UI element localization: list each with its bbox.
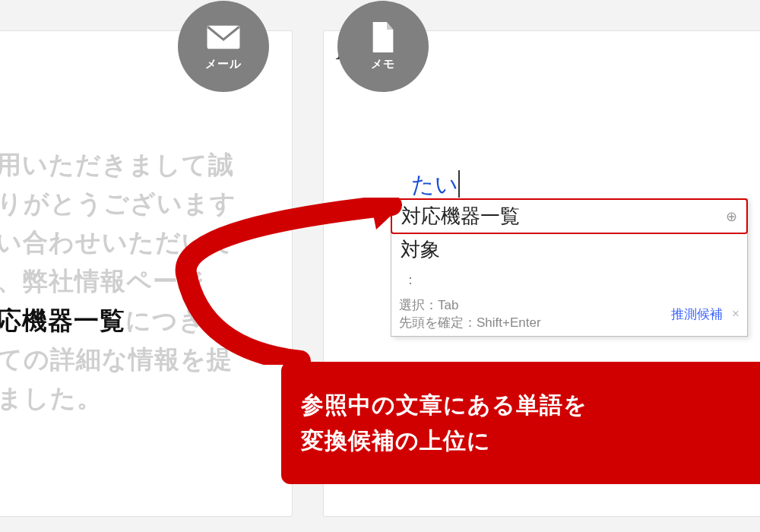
ime-key-hints: 選択：Tab 先頭を確定：Shift+Enter [399, 296, 541, 331]
ime-more-indicator: ： [391, 266, 747, 293]
ime-key-hint: 先頭を確定：Shift+Enter [399, 314, 541, 331]
mail-icon [206, 22, 241, 52]
mail-badge-label: メール [205, 57, 242, 71]
ime-footer: 選択：Tab 先頭を確定：Shift+Enter 推測候補 × [391, 293, 747, 336]
mail-line: ありがとうございます [0, 189, 236, 217]
ime-composing-text[interactable]: たい [411, 165, 460, 201]
ime-candidate[interactable]: 対象 [391, 233, 747, 266]
mail-line: につき [125, 306, 205, 334]
callout-line: 変換候補の上位に [301, 428, 491, 453]
close-icon[interactable]: × [732, 306, 739, 321]
ime-predict-link[interactable]: 推測候補 [671, 306, 723, 323]
annotation-callout: 参照中の文章にある単語を 変換候補の上位に [281, 362, 760, 484]
mail-line: しました。 [0, 384, 103, 412]
crosshair-icon: ⊕ [726, 208, 737, 225]
mail-panel: メール 利用いただきまして誠 ありがとうございます 問い合わせいただいて た、弊… [0, 30, 293, 517]
ime-candidate-box[interactable]: 対応機器一覧 ⊕ 対象 ： 選択：Tab 先頭を確定：Shift+Enter 推… [391, 198, 748, 337]
mail-line: 問い合わせいただいて [0, 228, 235, 256]
ime-candidate-text: 対応機器一覧 [401, 203, 520, 230]
memo-badge-label: メモ [371, 57, 395, 71]
memo-badge: メモ [337, 1, 429, 92]
stage: メール 利用いただきまして誠 ありがとうございます 問い合わせいただいて た、弊… [0, 0, 760, 532]
text-cursor [458, 170, 460, 198]
mail-body-text: 利用いただきまして誠 ありがとうございます 問い合わせいただいて た、弊社情報ペ… [0, 145, 277, 417]
ime-key-hint: 選択：Tab [399, 296, 541, 314]
mail-line: た、弊社情報ページ [0, 267, 205, 295]
callout-line: 参照中の文章にある単語を [301, 392, 587, 417]
ime-candidate-text: 対象 [401, 238, 440, 261]
mail-highlight: 対応機器一覧 [0, 306, 125, 334]
document-icon [366, 22, 401, 52]
mail-line: 利用いただきまして誠 [0, 150, 234, 179]
ime-candidate-selected[interactable]: 対応機器一覧 ⊕ [391, 198, 748, 234]
mail-line: しての詳細な情報を提 [0, 345, 233, 373]
ime-composing-value: たい [411, 172, 458, 197]
mail-badge: メール [178, 1, 269, 92]
